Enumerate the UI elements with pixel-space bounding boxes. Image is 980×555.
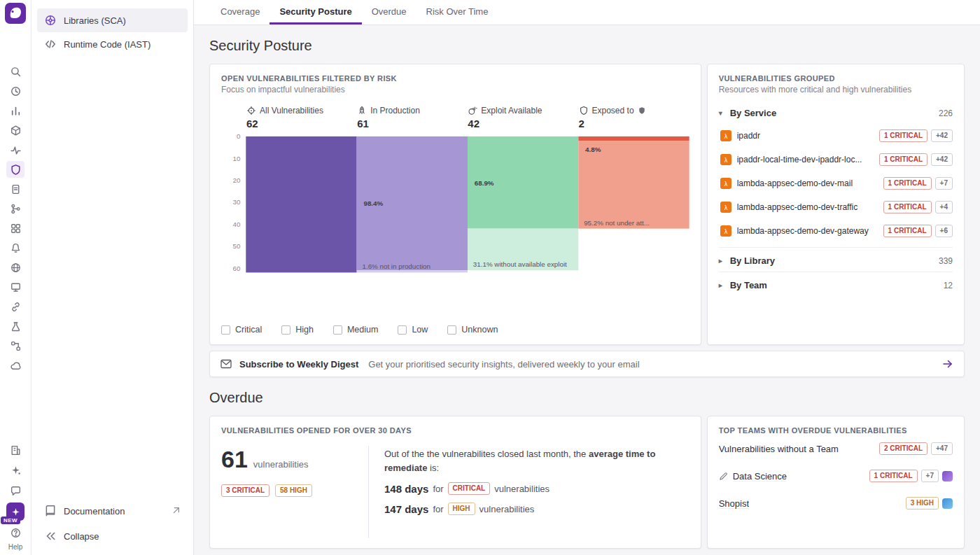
legend-low[interactable]: Low bbox=[398, 325, 428, 335]
organization-icon[interactable] bbox=[6, 442, 24, 458]
tab-bar: Coverage Security Posture Overdue Risk O… bbox=[194, 0, 980, 25]
service-icon: λ bbox=[720, 130, 732, 141]
serverless-icon[interactable] bbox=[6, 357, 24, 374]
critical-badge: 1 CRITICAL bbox=[879, 153, 927, 166]
legend-high[interactable]: High bbox=[281, 325, 314, 335]
ci-cd-icon[interactable] bbox=[6, 200, 24, 217]
service-row[interactable]: λ ipaddr-local-time-dev-ipaddr-loc... 1 … bbox=[719, 148, 953, 171]
sidebar-item-runtime-code-iast[interactable]: Runtime Code (IAST) bbox=[37, 32, 188, 56]
security-nav-panel: Libraries (SCA) Runtime Code (IAST) Docu… bbox=[31, 0, 194, 555]
watchdog-icon[interactable] bbox=[6, 83, 24, 99]
team-logo-icon bbox=[942, 471, 953, 482]
sidebar-item-libraries-sca[interactable]: Libraries (SCA) bbox=[37, 8, 188, 32]
apm-icon[interactable] bbox=[6, 141, 24, 158]
team-row-shopist[interactable]: Shopist 3 HIGH bbox=[719, 489, 953, 511]
rum-icon[interactable] bbox=[6, 279, 24, 295]
vulnerabilities-grouped-card: VULNERABILITIES GROUPED Resources with m… bbox=[707, 64, 965, 345]
critical-badge: 1 CRITICAL bbox=[883, 201, 932, 213]
summary-suffix: is: bbox=[430, 463, 439, 473]
critical-badge: 1 CRITICAL bbox=[883, 177, 932, 190]
collapse-button[interactable]: Collapse bbox=[37, 524, 188, 548]
service-name: lambda-appsec-demo-dev-gateway bbox=[737, 226, 878, 236]
plus-badge: +42 bbox=[931, 129, 953, 142]
top-row: OPEN VULNERABILITIES FILTERED BY RISK Fo… bbox=[209, 64, 965, 345]
tab-security-posture[interactable]: Security Posture bbox=[270, 0, 361, 24]
dashboards-icon[interactable] bbox=[6, 220, 24, 237]
datadog-logo[interactable] bbox=[4, 3, 27, 24]
service-row[interactable]: λ ipaddr 1 CRITICAL+42 bbox=[719, 124, 953, 148]
svg-text:0: 0 bbox=[237, 132, 241, 140]
documentation-label: Documentation bbox=[64, 506, 125, 517]
sca-icon bbox=[44, 14, 57, 27]
funnel-stage-exposed-to: Exposed to 2 bbox=[579, 106, 690, 129]
synthetics-icon[interactable] bbox=[6, 259, 24, 276]
logs-icon[interactable] bbox=[6, 181, 24, 197]
page-title: Security Posture bbox=[209, 38, 965, 54]
help-icon[interactable] bbox=[6, 524, 24, 541]
arrow-right-icon[interactable] bbox=[941, 358, 954, 370]
legend-unknown[interactable]: Unknown bbox=[447, 325, 498, 335]
high-badge: 3 HIGH bbox=[906, 497, 939, 510]
team-name[interactable]: Data Science bbox=[733, 471, 787, 482]
svg-text:10: 10 bbox=[233, 155, 241, 162]
service-row[interactable]: λ lambda-appsec-demo-dev-mail 1 CRITICAL… bbox=[719, 171, 953, 195]
team-name: Vulnerabilities without a Team bbox=[719, 444, 839, 454]
critical-badge: 2 CRITICAL bbox=[879, 442, 927, 455]
overdue-section-title: Overdue bbox=[209, 390, 965, 406]
iast-icon bbox=[44, 38, 57, 50]
security-icon[interactable] bbox=[6, 161, 24, 178]
legend-checkbox-unknown[interactable] bbox=[447, 325, 456, 335]
critical-badge: 3 CRITICAL bbox=[221, 484, 270, 497]
remediation-suffix: vulnerabilities bbox=[494, 484, 550, 494]
team-row-no-team[interactable]: Vulnerabilities without a Team 2 CRITICA… bbox=[719, 435, 953, 456]
support-chat-icon[interactable] bbox=[6, 482, 24, 499]
documentation-link[interactable]: Documentation bbox=[37, 499, 188, 523]
legend-medium[interactable]: Medium bbox=[333, 325, 378, 335]
service-name: ipaddr-local-time-dev-ipaddr-loc... bbox=[737, 155, 874, 164]
group-by-team[interactable]: ▸ By Team 12 bbox=[719, 272, 953, 296]
svg-text:98.4%: 98.4% bbox=[363, 199, 383, 207]
infrastructure-icon[interactable] bbox=[6, 122, 24, 139]
legend-checkbox-low[interactable] bbox=[398, 325, 407, 335]
tab-coverage[interactable]: Coverage bbox=[211, 0, 270, 24]
subscribe-banner[interactable]: Subscribe to Weekly Digest Get your prio… bbox=[209, 351, 965, 377]
workflows-icon[interactable] bbox=[6, 337, 24, 354]
legend-critical[interactable]: Critical bbox=[221, 325, 262, 335]
team-name[interactable]: Shopist bbox=[719, 498, 749, 509]
remediation-mid: for bbox=[433, 484, 443, 494]
envelope-icon bbox=[220, 358, 232, 370]
tab-risk-over-time[interactable]: Risk Over Time bbox=[416, 0, 498, 24]
legend-checkbox-high[interactable] bbox=[281, 325, 290, 335]
remediation-suffix: vulnerabilities bbox=[479, 504, 535, 514]
plus-badge: +42 bbox=[931, 153, 953, 166]
plus-badge: +7 bbox=[935, 177, 953, 190]
svg-text:30: 30 bbox=[233, 198, 241, 206]
chevron-right-icon: ▸ bbox=[719, 257, 726, 265]
service-name: ipaddr bbox=[737, 131, 874, 141]
crosshair-icon bbox=[246, 106, 256, 115]
legend-label: High bbox=[295, 325, 314, 335]
remediation-summary: Out of the the vulnerabilites closed las… bbox=[384, 447, 685, 475]
card-subtitle: Resources with more critical and high vu… bbox=[719, 85, 953, 94]
critical-badge: CRITICAL bbox=[448, 482, 491, 495]
sparkles-icon[interactable] bbox=[6, 462, 24, 479]
service-row[interactable]: λ lambda-appsec-demo-dev-traffic 1 CRITI… bbox=[719, 195, 953, 219]
monitors-icon[interactable] bbox=[6, 239, 24, 256]
group-by-service[interactable]: ▾ By Service 226 bbox=[719, 100, 953, 124]
error-tracking-icon[interactable] bbox=[6, 318, 24, 335]
group-count: 12 bbox=[944, 281, 953, 290]
attack-shield-icon[interactable] bbox=[638, 106, 646, 115]
team-row-data-science[interactable]: Data Science 1 CRITICAL +7 bbox=[719, 462, 953, 484]
legend-checkbox-critical[interactable] bbox=[221, 325, 230, 335]
group-by-library[interactable]: ▸ By Library 339 bbox=[719, 247, 953, 272]
tab-overdue[interactable]: Overdue bbox=[362, 0, 416, 24]
metrics-icon[interactable] bbox=[6, 102, 24, 119]
card-title: VULNERABILITIES GROUPED bbox=[719, 74, 953, 83]
service-row[interactable]: λ lambda-appsec-demo-dev-gateway 1 CRITI… bbox=[719, 219, 953, 243]
funnel-stage-in-production: In Production 61 bbox=[357, 106, 468, 129]
group-count: 339 bbox=[939, 256, 953, 266]
legend-checkbox-medium[interactable] bbox=[333, 325, 342, 335]
search-icon[interactable] bbox=[6, 63, 24, 80]
integrations-icon[interactable] bbox=[6, 298, 24, 315]
pencil-icon[interactable] bbox=[719, 472, 728, 481]
